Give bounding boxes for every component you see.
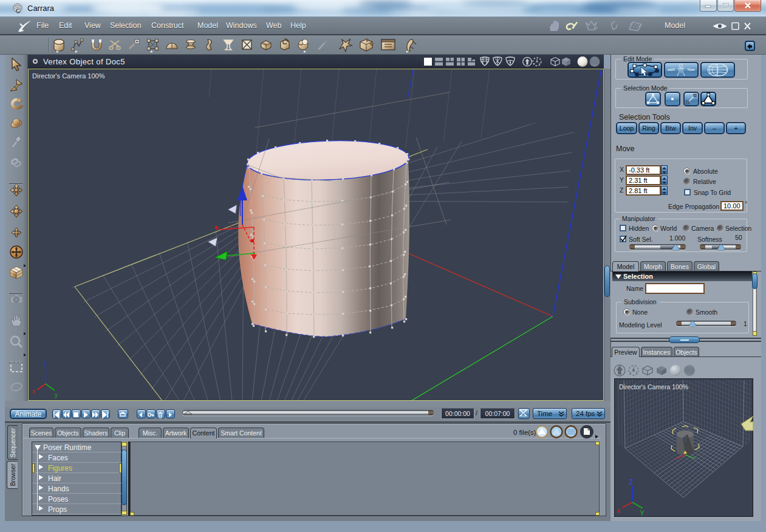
svg-text:x: x: [32, 388, 35, 395]
svg-text:Director's Camera 100%: Director's Camera 100%: [32, 72, 105, 80]
svg-text:Z: Z: [43, 361, 47, 367]
svg-text:Y: Y: [640, 509, 645, 517]
svg-text:y: y: [55, 392, 58, 398]
svg-text:Z: Z: [629, 478, 633, 486]
svg-text:x: x: [617, 506, 620, 515]
svg-text:Director's Camera 100%: Director's Camera 100%: [619, 383, 688, 390]
